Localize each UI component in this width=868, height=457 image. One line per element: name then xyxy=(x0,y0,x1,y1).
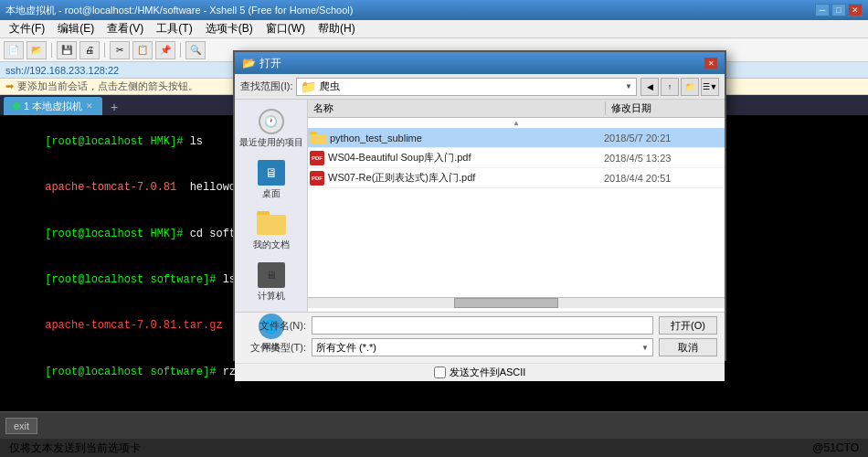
dialog-nav-buttons: ◀ ↑ 📁 ☰▼ xyxy=(640,78,719,96)
col-date[interactable]: 修改日期 xyxy=(606,101,725,115)
toolbar-cut[interactable]: ✂ xyxy=(110,41,130,59)
left-item-desktop[interactable]: 🖥 桌面 xyxy=(235,154,307,206)
filetype-combo[interactable]: 所有文件 (*.*) ▼ xyxy=(312,338,653,356)
dialog-back-button[interactable]: ◀ xyxy=(640,78,659,96)
left-item-desktop-label: 桌面 xyxy=(262,187,281,200)
info-arrow-icon: ➡ xyxy=(5,80,14,92)
file-list-header: 名称 修改日期 xyxy=(308,100,725,118)
ascii-checkbox[interactable] xyxy=(434,367,446,378)
path-input[interactable]: 📁 爬虫 ▼ xyxy=(296,78,637,96)
dialog-title-icon: 📂 xyxy=(242,57,256,69)
toolbar-paste[interactable]: 📌 xyxy=(155,41,175,59)
menu-help[interactable]: 帮助(H) xyxy=(312,19,361,38)
toolbar-print[interactable]: 🖨 xyxy=(79,41,100,59)
file-row-2[interactable]: PDF WS04-Beautiful Soup库入门.pdf 2018/4/5 … xyxy=(308,148,725,168)
filetype-arrow-icon: ▼ xyxy=(641,344,649,352)
menu-tabs[interactable]: 选项卡(B) xyxy=(200,19,259,38)
left-item-computer-label: 计算机 xyxy=(258,290,285,303)
left-item-computer[interactable]: 🖥 计算机 xyxy=(235,257,307,308)
col-name[interactable]: 名称 xyxy=(308,101,606,115)
tab-close-icon[interactable]: ✕ xyxy=(86,101,93,111)
tab-local-vm[interactable]: 1 本地虚拟机 ✕ xyxy=(4,97,102,115)
minimize-button[interactable]: ─ xyxy=(815,4,830,16)
cancel-button[interactable]: 取消 xyxy=(659,338,717,356)
file-icon-folder-1 xyxy=(310,132,326,144)
recent-icon: 🕐 xyxy=(259,109,284,134)
toolbar-open[interactable]: 📂 xyxy=(26,41,47,59)
toolbar-sep1 xyxy=(51,43,52,58)
toolbar-copy[interactable]: 📋 xyxy=(132,41,153,59)
dialog-title: 打开 xyxy=(259,56,281,71)
filetype-label: 文件类型(T): xyxy=(242,341,306,355)
dialog-content: 🕐 最近使用的项目 🖥 桌面 我的文档 🖥 计算机 xyxy=(235,100,725,312)
filename-row: 文件名(N): 打开(O) xyxy=(242,316,717,335)
file-date-2: 2018/4/5 13:23 xyxy=(604,153,723,164)
path-value: 爬虫 xyxy=(320,80,625,93)
toolbar-sep3 xyxy=(180,43,181,58)
file-open-dialog: 📂 打开 ✕ 查找范围(I): 📁 爬虫 ▼ ◀ ↑ 📁 ☰▼ xyxy=(233,50,726,361)
filetype-row: 文件类型(T): 所有文件 (*.*) ▼ 取消 xyxy=(242,338,717,356)
tab-status-dot xyxy=(13,102,20,110)
menu-bar: 文件(F) 编辑(E) 查看(V) 工具(T) 选项卡(B) 窗口(W) 帮助(… xyxy=(0,20,868,38)
hint-bar: 仅将文本发送到当前选项卡 @51CTO xyxy=(0,439,868,457)
left-item-documents-label: 我的文档 xyxy=(253,239,290,251)
filename-label: 文件名(N): xyxy=(242,319,306,333)
left-item-recent-label: 最近使用的项目 xyxy=(239,136,303,149)
info-text: 要添加当前会话，点击左侧的箭头按钮。 xyxy=(17,80,198,93)
left-item-documents[interactable]: 我的文档 xyxy=(235,206,307,257)
computer-icon: 🖥 xyxy=(258,262,285,288)
tab-add-button[interactable]: + xyxy=(106,99,122,115)
file-icon-pdf-2: PDF xyxy=(310,151,324,165)
file-icon-pdf-3: PDF xyxy=(310,171,324,186)
file-date-1: 2018/5/7 20:21 xyxy=(604,133,723,143)
title-bar-controls: ─ □ ✕ xyxy=(815,4,863,16)
path-label: 查找范围(I): xyxy=(240,80,292,93)
left-item-recent[interactable]: 🕐 最近使用的项目 xyxy=(235,103,307,154)
desktop-icon: 🖥 xyxy=(258,160,285,186)
hint-text: 仅将文本发送到当前选项卡 xyxy=(9,441,141,456)
terminal-cursor-line: █ xyxy=(5,395,863,411)
dialog-left-panel: 🕐 最近使用的项目 🖥 桌面 我的文档 🖥 计算机 xyxy=(235,100,308,312)
dialog-controls: ✕ xyxy=(704,58,717,69)
h-scrollbar-thumb[interactable] xyxy=(454,298,558,308)
dialog-view-button[interactable]: ☰▼ xyxy=(701,78,719,96)
exit-button[interactable]: exit xyxy=(5,418,37,434)
dialog-file-list-area: 名称 修改日期 ▲ python_test_sublime 2018/5/7 2… xyxy=(308,100,725,312)
menu-edit[interactable]: 编辑(E) xyxy=(52,19,100,38)
toolbar-new[interactable]: 📄 xyxy=(4,41,24,59)
title-bar: 本地虚拟机 - root@localhost:/HMK/software - X… xyxy=(0,0,868,20)
close-button[interactable]: ✕ xyxy=(848,4,863,16)
horizontal-scrollbar[interactable] xyxy=(308,297,725,308)
dialog-new-folder-button[interactable]: 📁 xyxy=(681,78,699,96)
watermark: @51CTO xyxy=(812,441,859,454)
open-button[interactable]: 打开(O) xyxy=(659,316,717,335)
file-date-3: 2018/4/4 20:51 xyxy=(604,173,723,184)
ssh-address: ssh://192.168.233.128:22 xyxy=(5,65,119,76)
menu-tools[interactable]: 工具(T) xyxy=(151,19,197,38)
dialog-up-button[interactable]: ↑ xyxy=(661,78,679,96)
file-row-1[interactable]: python_test_sublime 2018/5/7 20:21 xyxy=(308,128,725,148)
file-name-2: WS04-Beautiful Soup库入门.pdf xyxy=(328,151,604,165)
dialog-title-bar: 📂 打开 ✕ xyxy=(235,52,725,74)
maximize-button[interactable]: □ xyxy=(831,4,846,16)
folder-icon xyxy=(257,211,286,237)
tab-label: 1 本地虚拟机 xyxy=(24,100,82,113)
status-bar: exit xyxy=(0,411,868,439)
menu-window[interactable]: 窗口(W) xyxy=(260,19,311,38)
file-row-3[interactable]: PDF WS07-Re(正则表达式)库入门.pdf 2018/4/4 20:51 xyxy=(308,168,725,188)
menu-view[interactable]: 查看(V) xyxy=(101,19,149,38)
xshell-window: 本地虚拟机 - root@localhost:/HMK/software - X… xyxy=(0,0,868,457)
file-name-1: python_test_sublime xyxy=(330,133,604,143)
dialog-close-button[interactable]: ✕ xyxy=(704,58,717,69)
dialog-toolbar: 查找范围(I): 📁 爬虫 ▼ ◀ ↑ 📁 ☰▼ xyxy=(235,74,725,100)
window-title: 本地虚拟机 - root@localhost:/HMK/software - X… xyxy=(5,4,353,17)
toolbar-search[interactable]: 🔍 xyxy=(185,41,206,59)
file-name-3: WS07-Re(正则表达式)库入门.pdf xyxy=(328,171,604,185)
scroll-top-indicator: ▲ xyxy=(308,118,725,128)
filetype-value: 所有文件 (*.*) xyxy=(316,341,376,355)
toolbar-save[interactable]: 💾 xyxy=(57,41,77,59)
checkbox-row: 发送文件到ASCII xyxy=(235,363,725,381)
menu-file[interactable]: 文件(F) xyxy=(4,19,50,38)
ascii-checkbox-label: 发送文件到ASCII xyxy=(450,366,526,379)
filename-input[interactable] xyxy=(312,316,653,335)
